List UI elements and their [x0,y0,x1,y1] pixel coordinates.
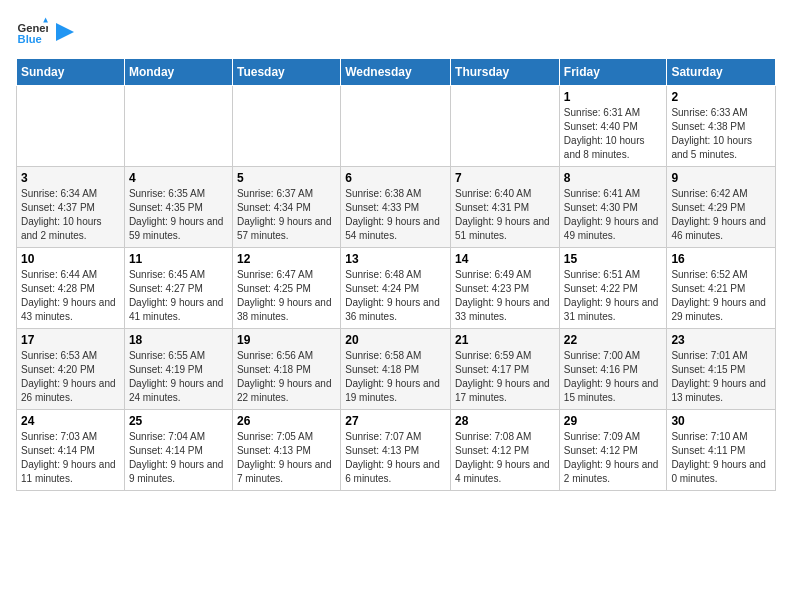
logo-icon: General Blue [16,16,48,48]
column-header-sunday: Sunday [17,59,125,86]
calendar-cell: 30Sunrise: 7:10 AMSunset: 4:11 PMDayligh… [667,410,776,491]
day-info: Sunrise: 6:38 AMSunset: 4:33 PMDaylight:… [345,187,446,243]
calendar-cell: 12Sunrise: 6:47 AMSunset: 4:25 PMDayligh… [232,248,340,329]
day-info: Sunrise: 6:49 AMSunset: 4:23 PMDaylight:… [455,268,555,324]
day-info: Sunrise: 6:41 AMSunset: 4:30 PMDaylight:… [564,187,663,243]
calendar-cell: 8Sunrise: 6:41 AMSunset: 4:30 PMDaylight… [559,167,667,248]
day-info: Sunrise: 6:35 AMSunset: 4:35 PMDaylight:… [129,187,228,243]
calendar-cell: 17Sunrise: 6:53 AMSunset: 4:20 PMDayligh… [17,329,125,410]
day-info: Sunrise: 6:44 AMSunset: 4:28 PMDaylight:… [21,268,120,324]
day-info: Sunrise: 7:07 AMSunset: 4:13 PMDaylight:… [345,430,446,486]
calendar-cell: 18Sunrise: 6:55 AMSunset: 4:19 PMDayligh… [124,329,232,410]
calendar-header-row: SundayMondayTuesdayWednesdayThursdayFrid… [17,59,776,86]
day-info: Sunrise: 6:58 AMSunset: 4:18 PMDaylight:… [345,349,446,405]
svg-marker-3 [56,23,74,41]
page-header: General Blue [16,16,776,48]
day-info: Sunrise: 7:05 AMSunset: 4:13 PMDaylight:… [237,430,336,486]
day-info: Sunrise: 6:51 AMSunset: 4:22 PMDaylight:… [564,268,663,324]
column-header-monday: Monday [124,59,232,86]
day-info: Sunrise: 6:53 AMSunset: 4:20 PMDaylight:… [21,349,120,405]
day-info: Sunrise: 7:09 AMSunset: 4:12 PMDaylight:… [564,430,663,486]
calendar-cell: 28Sunrise: 7:08 AMSunset: 4:12 PMDayligh… [451,410,560,491]
calendar-cell: 27Sunrise: 7:07 AMSunset: 4:13 PMDayligh… [341,410,451,491]
calendar-cell: 10Sunrise: 6:44 AMSunset: 4:28 PMDayligh… [17,248,125,329]
column-header-thursday: Thursday [451,59,560,86]
calendar-cell: 25Sunrise: 7:04 AMSunset: 4:14 PMDayligh… [124,410,232,491]
calendar-cell: 14Sunrise: 6:49 AMSunset: 4:23 PMDayligh… [451,248,560,329]
column-header-saturday: Saturday [667,59,776,86]
calendar-cell: 15Sunrise: 6:51 AMSunset: 4:22 PMDayligh… [559,248,667,329]
calendar-cell: 20Sunrise: 6:58 AMSunset: 4:18 PMDayligh… [341,329,451,410]
calendar-week-row: 24Sunrise: 7:03 AMSunset: 4:14 PMDayligh… [17,410,776,491]
day-number: 9 [671,171,771,185]
calendar-cell [451,86,560,167]
day-number: 23 [671,333,771,347]
calendar-cell: 2Sunrise: 6:33 AMSunset: 4:38 PMDaylight… [667,86,776,167]
day-number: 2 [671,90,771,104]
day-number: 8 [564,171,663,185]
calendar-cell: 5Sunrise: 6:37 AMSunset: 4:34 PMDaylight… [232,167,340,248]
calendar-cell: 3Sunrise: 6:34 AMSunset: 4:37 PMDaylight… [17,167,125,248]
day-number: 3 [21,171,120,185]
calendar-cell: 24Sunrise: 7:03 AMSunset: 4:14 PMDayligh… [17,410,125,491]
day-number: 14 [455,252,555,266]
day-number: 5 [237,171,336,185]
calendar-cell: 6Sunrise: 6:38 AMSunset: 4:33 PMDaylight… [341,167,451,248]
day-number: 19 [237,333,336,347]
calendar-cell [232,86,340,167]
day-number: 10 [21,252,120,266]
day-info: Sunrise: 7:10 AMSunset: 4:11 PMDaylight:… [671,430,771,486]
calendar-cell: 29Sunrise: 7:09 AMSunset: 4:12 PMDayligh… [559,410,667,491]
calendar-cell: 7Sunrise: 6:40 AMSunset: 4:31 PMDaylight… [451,167,560,248]
day-info: Sunrise: 6:47 AMSunset: 4:25 PMDaylight:… [237,268,336,324]
day-info: Sunrise: 6:37 AMSunset: 4:34 PMDaylight:… [237,187,336,243]
logo: General Blue [16,16,74,48]
column-header-friday: Friday [559,59,667,86]
day-number: 12 [237,252,336,266]
day-info: Sunrise: 6:55 AMSunset: 4:19 PMDaylight:… [129,349,228,405]
logo-arrow-icon [56,23,74,41]
column-header-wednesday: Wednesday [341,59,451,86]
day-info: Sunrise: 6:52 AMSunset: 4:21 PMDaylight:… [671,268,771,324]
day-info: Sunrise: 6:33 AMSunset: 4:38 PMDaylight:… [671,106,771,162]
day-number: 30 [671,414,771,428]
day-number: 11 [129,252,228,266]
day-number: 13 [345,252,446,266]
day-info: Sunrise: 6:56 AMSunset: 4:18 PMDaylight:… [237,349,336,405]
calendar-cell [124,86,232,167]
day-info: Sunrise: 6:31 AMSunset: 4:40 PMDaylight:… [564,106,663,162]
calendar-cell: 1Sunrise: 6:31 AMSunset: 4:40 PMDaylight… [559,86,667,167]
calendar-cell: 9Sunrise: 6:42 AMSunset: 4:29 PMDaylight… [667,167,776,248]
svg-text:General: General [18,22,48,34]
calendar-cell: 4Sunrise: 6:35 AMSunset: 4:35 PMDaylight… [124,167,232,248]
day-info: Sunrise: 7:08 AMSunset: 4:12 PMDaylight:… [455,430,555,486]
day-number: 28 [455,414,555,428]
day-number: 25 [129,414,228,428]
calendar-cell: 23Sunrise: 7:01 AMSunset: 4:15 PMDayligh… [667,329,776,410]
day-info: Sunrise: 6:40 AMSunset: 4:31 PMDaylight:… [455,187,555,243]
day-info: Sunrise: 6:34 AMSunset: 4:37 PMDaylight:… [21,187,120,243]
calendar-week-row: 3Sunrise: 6:34 AMSunset: 4:37 PMDaylight… [17,167,776,248]
day-info: Sunrise: 7:01 AMSunset: 4:15 PMDaylight:… [671,349,771,405]
calendar-cell: 26Sunrise: 7:05 AMSunset: 4:13 PMDayligh… [232,410,340,491]
day-number: 4 [129,171,228,185]
calendar-cell: 11Sunrise: 6:45 AMSunset: 4:27 PMDayligh… [124,248,232,329]
day-number: 24 [21,414,120,428]
day-number: 29 [564,414,663,428]
svg-text:Blue: Blue [18,33,42,45]
calendar-cell: 13Sunrise: 6:48 AMSunset: 4:24 PMDayligh… [341,248,451,329]
calendar-week-row: 10Sunrise: 6:44 AMSunset: 4:28 PMDayligh… [17,248,776,329]
day-info: Sunrise: 6:45 AMSunset: 4:27 PMDaylight:… [129,268,228,324]
calendar-cell: 19Sunrise: 6:56 AMSunset: 4:18 PMDayligh… [232,329,340,410]
day-info: Sunrise: 6:42 AMSunset: 4:29 PMDaylight:… [671,187,771,243]
day-number: 17 [21,333,120,347]
day-number: 7 [455,171,555,185]
calendar-table: SundayMondayTuesdayWednesdayThursdayFrid… [16,58,776,491]
day-info: Sunrise: 7:00 AMSunset: 4:16 PMDaylight:… [564,349,663,405]
day-info: Sunrise: 7:04 AMSunset: 4:14 PMDaylight:… [129,430,228,486]
calendar-cell [341,86,451,167]
svg-marker-2 [43,18,48,23]
day-number: 21 [455,333,555,347]
day-number: 6 [345,171,446,185]
day-number: 16 [671,252,771,266]
